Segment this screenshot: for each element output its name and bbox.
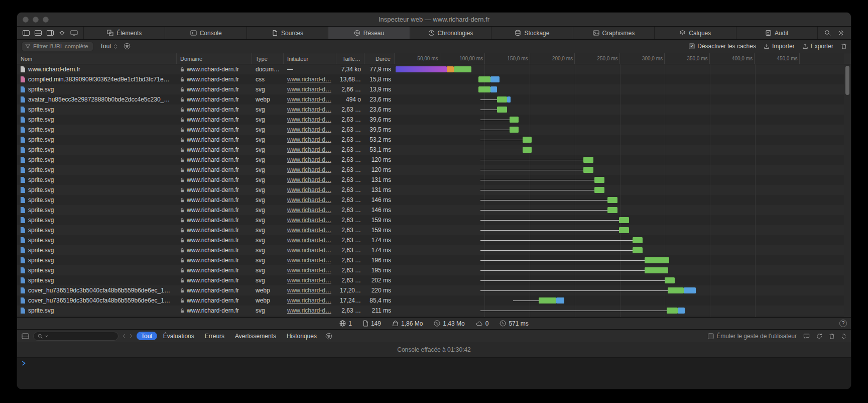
- clear-console-trash-icon[interactable]: [829, 333, 835, 339]
- dock-side-right-icon[interactable]: [47, 30, 54, 36]
- emulate-user-gesture-checkbox[interactable]: ✓ Émuler le geste de l'utilisateur: [708, 333, 797, 340]
- refresh-icon[interactable]: [816, 333, 822, 339]
- tab-storage[interactable]: Stockage: [491, 27, 573, 39]
- tab-elements[interactable]: Éléments: [84, 27, 165, 39]
- table-row[interactable]: compiled.min.38390909f303624ed9e1cf1bd3f…: [17, 74, 851, 84]
- tab-timelines[interactable]: Chronologies: [410, 27, 491, 39]
- table-row[interactable]: sprite.svg www.richard-dern.fr svg www.r…: [17, 185, 851, 195]
- previous-result-icon[interactable]: [122, 334, 126, 339]
- table-row[interactable]: sprite.svg www.richard-dern.fr svg www.r…: [17, 125, 851, 135]
- type-filter-dropdown[interactable]: Tout: [98, 43, 119, 50]
- scrollbar-thumb[interactable]: [845, 66, 849, 95]
- resource-initiator[interactable]: www.richard-d…: [287, 217, 331, 224]
- console-tab-evaluations[interactable]: Évaluations: [159, 332, 199, 340]
- table-row[interactable]: cover_hu736519dc3b5040cfa48b6b559b6de6ec…: [17, 285, 851, 295]
- resource-initiator[interactable]: www.richard-d…: [287, 207, 331, 214]
- table-row[interactable]: cover_hu736519dc3b5040cfa48b6b559b6de6ec…: [17, 295, 851, 306]
- next-result-icon[interactable]: [130, 334, 133, 339]
- table-row[interactable]: www.richard-dern.fr www.richard-dern.fr …: [17, 64, 851, 74]
- table-row[interactable]: sprite.svg www.richard-dern.fr svg www.r…: [17, 165, 851, 175]
- resource-initiator[interactable]: www.richard-d…: [287, 106, 331, 113]
- minimize-window-button[interactable]: [33, 17, 39, 23]
- resource-initiator[interactable]: www.richard-d…: [287, 257, 331, 264]
- resource-initiator[interactable]: www.richard-d…: [287, 196, 331, 204]
- table-row[interactable]: sprite.svg www.richard-dern.fr svg www.r…: [17, 245, 851, 255]
- table-row[interactable]: sprite.svg www.richard-dern.fr svg www.r…: [17, 215, 851, 225]
- console-messages-icon[interactable]: [803, 333, 810, 339]
- resource-initiator[interactable]: www.richard-d…: [287, 237, 331, 244]
- resource-initiator[interactable]: www.richard-d…: [287, 176, 331, 183]
- import-button[interactable]: Importer: [764, 43, 795, 50]
- table-row[interactable]: sprite.svg www.richard-dern.fr svg www.r…: [17, 135, 851, 145]
- resource-initiator[interactable]: www.richard-d…: [287, 277, 331, 284]
- search-icon[interactable]: [824, 30, 831, 36]
- scrollbar-top-chevron[interactable]: [844, 53, 851, 64]
- table-row[interactable]: sprite.svg www.richard-dern.fr svg www.r…: [17, 195, 851, 205]
- table-row[interactable]: sprite.svg www.richard-dern.fr svg www.r…: [17, 255, 851, 265]
- url-filter-input[interactable]: [33, 43, 89, 49]
- table-row[interactable]: sprite.svg www.richard-dern.fr svg www.r…: [17, 175, 851, 185]
- table-row[interactable]: avatar_hu85ecc3e298728880b0bde2dcc4e5c23…: [17, 94, 851, 105]
- gear-icon[interactable]: [838, 30, 844, 36]
- tab-layers[interactable]: Calques: [655, 27, 736, 39]
- console-tab-logs[interactable]: Historiques: [282, 332, 321, 340]
- table-row[interactable]: sprite.svg www.richard-dern.fr svg www.r…: [17, 145, 851, 155]
- table-row[interactable]: sprite.svg www.richard-dern.fr svg www.r…: [17, 306, 851, 316]
- column-header-name[interactable]: Nom: [17, 53, 177, 64]
- table-row[interactable]: sprite.svg www.richard-dern.fr svg www.r…: [17, 225, 851, 235]
- resource-initiator[interactable]: www.richard-d…: [287, 116, 331, 123]
- trash-icon[interactable]: [841, 43, 847, 49]
- console-drawer-icon[interactable]: [22, 333, 29, 339]
- tab-audit[interactable]: Audit: [736, 27, 818, 39]
- column-header-domain[interactable]: Domaine: [177, 53, 252, 64]
- resource-initiator[interactable]: www.richard-d…: [287, 186, 331, 193]
- dock-bottom-icon[interactable]: [35, 30, 42, 36]
- tab-graphics[interactable]: Graphismes: [573, 27, 655, 39]
- table-row[interactable]: sprite.svg www.richard-dern.fr svg www.r…: [17, 205, 851, 215]
- console-search-input[interactable]: [50, 333, 114, 339]
- resource-initiator[interactable]: www.richard-d…: [287, 287, 331, 294]
- resource-initiator[interactable]: www.richard-d…: [287, 86, 331, 93]
- console-tab-warnings[interactable]: Avertissements: [230, 332, 281, 340]
- table-row[interactable]: sprite.svg www.richard-dern.fr svg www.r…: [17, 115, 851, 125]
- resource-initiator[interactable]: www.richard-d…: [287, 136, 331, 143]
- resource-initiator[interactable]: www.richard-d…: [287, 267, 331, 274]
- resource-initiator[interactable]: www.richard-d…: [287, 146, 331, 153]
- resource-initiator[interactable]: www.richard-d…: [287, 76, 331, 83]
- console-tab-errors[interactable]: Erreurs: [200, 332, 229, 340]
- column-header-initiator[interactable]: Initiateur: [284, 53, 336, 64]
- table-row[interactable]: sprite.svg www.richard-dern.fr svg www.r…: [17, 105, 851, 115]
- table-row[interactable]: sprite.svg www.richard-dern.fr svg www.r…: [17, 155, 851, 165]
- resource-initiator[interactable]: www.richard-d…: [287, 126, 331, 133]
- column-header-type[interactable]: Type: [252, 53, 284, 64]
- table-row[interactable]: sprite.svg www.richard-dern.fr svg www.r…: [17, 84, 851, 94]
- resource-initiator[interactable]: www.richard-d…: [287, 96, 331, 103]
- filter-options-icon[interactable]: [123, 43, 131, 50]
- help-button[interactable]: ?: [839, 320, 847, 327]
- dock-side-left-icon[interactable]: [23, 30, 30, 36]
- resource-initiator[interactable]: www.richard-d…: [287, 297, 331, 304]
- console-tab-all[interactable]: Tout: [137, 332, 157, 340]
- table-row[interactable]: sprite.svg www.richard-dern.fr svg www.r…: [17, 275, 851, 285]
- vertical-scrollbar[interactable]: [844, 64, 851, 317]
- tab-network[interactable]: Réseau: [328, 27, 410, 39]
- resource-initiator[interactable]: www.richard-d…: [287, 227, 331, 234]
- console-input-area[interactable]: [17, 358, 851, 389]
- table-row[interactable]: sprite.svg www.richard-dern.fr svg www.r…: [17, 235, 851, 245]
- column-header-size[interactable]: Taille…: [336, 53, 364, 64]
- tab-sources[interactable]: Sources: [247, 27, 328, 39]
- close-window-button[interactable]: [23, 17, 29, 23]
- device-settings-icon[interactable]: [70, 30, 78, 36]
- export-button[interactable]: Exporter: [802, 43, 833, 50]
- disable-caches-checkbox[interactable]: ✓ Désactiver les caches: [689, 43, 756, 50]
- column-header-duration[interactable]: Durée: [364, 53, 395, 64]
- console-prompt[interactable]: [17, 358, 851, 369]
- zoom-window-button[interactable]: [43, 17, 49, 23]
- table-row[interactable]: sprite.svg www.richard-dern.fr svg www.r…: [17, 265, 851, 275]
- console-search-field[interactable]: [33, 332, 118, 341]
- resource-initiator[interactable]: www.richard-d…: [287, 166, 331, 173]
- console-filter-options-icon[interactable]: [325, 333, 332, 340]
- expand-console-icon[interactable]: [841, 333, 846, 339]
- url-filter-field[interactable]: [21, 42, 93, 51]
- tab-console[interactable]: Console: [165, 27, 246, 39]
